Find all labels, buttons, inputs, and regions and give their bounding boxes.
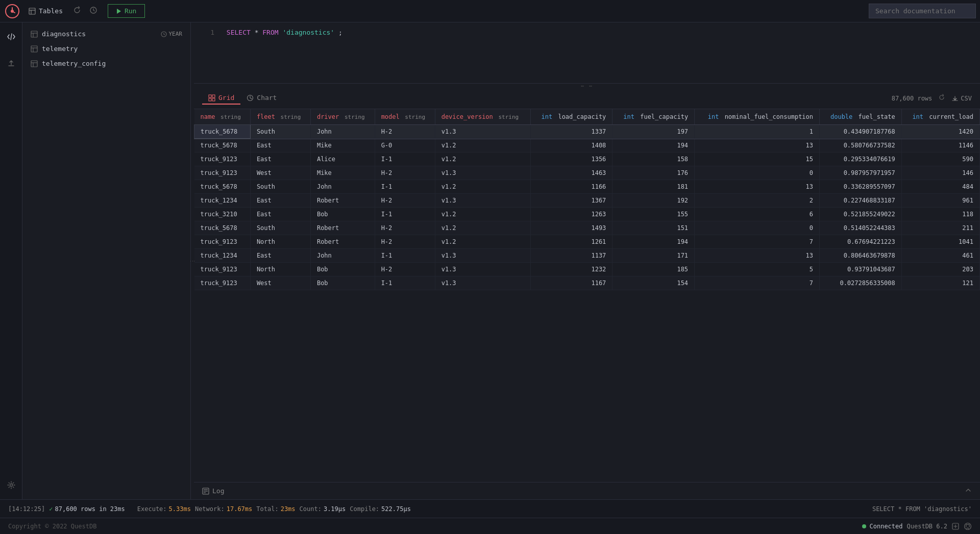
table-cell[interactable]: 0.67694221223 — [820, 235, 902, 249]
table-cell[interactable]: 1166 — [530, 180, 612, 194]
table-cell[interactable]: East — [250, 194, 310, 208]
table-cell[interactable]: 181 — [612, 180, 695, 194]
table-item-diagnostics[interactable]: diagnostics YEAR — [22, 27, 190, 41]
table-cell[interactable]: 1167 — [530, 276, 612, 290]
table-cell[interactable]: 461 — [901, 249, 979, 263]
table-cell[interactable]: v1.3 — [435, 249, 530, 263]
table-row[interactable]: truck_9123NorthRobertH-2v1.2126119470.67… — [194, 235, 980, 249]
table-cell[interactable]: 484 — [901, 180, 979, 194]
table-item-telemetry[interactable]: telemetry — [22, 41, 190, 56]
table-row[interactable]: truck_1234EastRobertH-2v1.3136719220.227… — [194, 194, 980, 208]
github-icon[interactable] — [964, 522, 972, 530]
table-cell[interactable]: Robert — [310, 194, 375, 208]
table-cell[interactable]: Mike — [310, 139, 375, 152]
table-cell[interactable]: 158 — [612, 152, 695, 166]
table-cell[interactable]: Robert — [310, 235, 375, 249]
table-cell[interactable]: 1146 — [901, 139, 979, 152]
table-cell[interactable]: South — [250, 125, 310, 139]
settings-icon[interactable] — [3, 477, 19, 493]
table-cell[interactable]: truck_9123 — [194, 166, 251, 180]
table-cell[interactable]: 1337 — [530, 125, 612, 139]
table-cell[interactable]: 0.93791043687 — [820, 263, 902, 276]
table-cell[interactable]: 211 — [901, 221, 979, 235]
table-cell[interactable]: v1.2 — [435, 180, 530, 194]
table-cell[interactable]: East — [250, 152, 310, 166]
table-cell[interactable]: 155 — [612, 208, 695, 221]
tab-chart[interactable]: Chart — [240, 92, 283, 105]
table-cell[interactable]: South — [250, 221, 310, 235]
table-row[interactable]: truck_5678EastMikeG-0v1.21408194130.5807… — [194, 139, 980, 152]
table-cell[interactable]: Mike — [310, 166, 375, 180]
table-cell[interactable]: 0.336289557097 — [820, 180, 902, 194]
table-cell[interactable]: Bob — [310, 208, 375, 221]
table-row[interactable]: truck_1234EastJohnI-1v1.31137171130.8064… — [194, 249, 980, 263]
table-cell[interactable]: 118 — [901, 208, 979, 221]
table-cell[interactable]: I-1 — [375, 276, 435, 290]
table-cell[interactable]: East — [250, 208, 310, 221]
table-cell[interactable]: 176 — [612, 166, 695, 180]
table-cell[interactable]: 13 — [695, 180, 820, 194]
table-cell[interactable]: v1.3 — [435, 263, 530, 276]
table-cell[interactable]: 185 — [612, 263, 695, 276]
table-cell[interactable]: v1.2 — [435, 139, 530, 152]
horizontal-divider[interactable]: ⋯ ⋯ — [194, 84, 980, 88]
data-table-wrapper[interactable]: name string fleet string driver string m… — [194, 109, 980, 482]
table-row[interactable]: truck_9123WestBobI-1v1.3116715470.027285… — [194, 276, 980, 290]
table-cell[interactable]: 13 — [695, 249, 820, 263]
table-cell[interactable]: H-2 — [375, 125, 435, 139]
table-cell[interactable]: Robert — [310, 221, 375, 235]
table-cell[interactable]: 0.295334076619 — [820, 152, 902, 166]
table-cell[interactable]: I-1 — [375, 249, 435, 263]
table-cell[interactable]: 151 — [612, 221, 695, 235]
table-cell[interactable]: truck_9123 — [194, 263, 251, 276]
table-cell[interactable]: 146 — [901, 166, 979, 180]
code-icon[interactable] — [3, 29, 19, 45]
table-cell[interactable]: H-2 — [375, 263, 435, 276]
table-cell[interactable]: H-2 — [375, 235, 435, 249]
table-cell[interactable]: H-2 — [375, 221, 435, 235]
table-cell[interactable]: v1.2 — [435, 208, 530, 221]
table-cell[interactable]: Bob — [310, 263, 375, 276]
table-cell[interactable]: 203 — [901, 263, 979, 276]
table-cell[interactable]: 6 — [695, 208, 820, 221]
table-cell[interactable]: North — [250, 263, 310, 276]
refresh-icon[interactable] — [71, 4, 83, 18]
table-row[interactable]: truck_3210EastBobI-1v1.2126315560.521855… — [194, 208, 980, 221]
table-cell[interactable]: 0.987957971957 — [820, 166, 902, 180]
table-cell[interactable]: I-1 — [375, 208, 435, 221]
table-cell[interactable]: 1261 — [530, 235, 612, 249]
table-cell[interactable]: v1.3 — [435, 276, 530, 290]
download-csv-button[interactable]: CSV — [951, 95, 972, 102]
table-cell[interactable]: v1.2 — [435, 235, 530, 249]
table-cell[interactable]: 7 — [695, 235, 820, 249]
table-cell[interactable]: truck_5678 — [194, 221, 251, 235]
table-cell[interactable]: I-1 — [375, 152, 435, 166]
table-cell[interactable]: West — [250, 166, 310, 180]
refresh-results-icon[interactable] — [936, 92, 947, 105]
table-row[interactable]: truck_9123NorthBobH-2v1.3123218550.93791… — [194, 263, 980, 276]
table-cell[interactable]: H-2 — [375, 166, 435, 180]
tables-tab[interactable]: Tables — [24, 5, 67, 17]
table-cell[interactable]: 1232 — [530, 263, 612, 276]
table-cell[interactable]: 194 — [612, 235, 695, 249]
table-row[interactable]: truck_5678SouthRobertH-2v1.2149315100.51… — [194, 221, 980, 235]
table-cell[interactable]: truck_5678 — [194, 125, 251, 139]
table-cell[interactable]: 197 — [612, 125, 695, 139]
table-cell[interactable]: v1.3 — [435, 166, 530, 180]
table-cell[interactable]: 1493 — [530, 221, 612, 235]
table-cell[interactable]: truck_9123 — [194, 152, 251, 166]
table-cell[interactable]: 7 — [695, 276, 820, 290]
table-cell[interactable]: 121 — [901, 276, 979, 290]
table-cell[interactable]: 0 — [695, 221, 820, 235]
table-cell[interactable]: truck_3210 — [194, 208, 251, 221]
table-cell[interactable]: 1137 — [530, 249, 612, 263]
upload-icon[interactable] — [3, 55, 19, 71]
table-row[interactable]: truck_5678SouthJohnH-2v1.3133719710.4349… — [194, 125, 980, 139]
table-cell[interactable]: 0.580766737582 — [820, 139, 902, 152]
table-cell[interactable]: v1.3 — [435, 125, 530, 139]
search-documentation-input[interactable] — [869, 4, 976, 18]
table-cell[interactable]: truck_5678 — [194, 139, 251, 152]
table-cell[interactable]: West — [250, 276, 310, 290]
table-cell[interactable]: truck_1234 — [194, 194, 251, 208]
table-row[interactable]: truck_5678SouthJohnI-1v1.21166181130.336… — [194, 180, 980, 194]
